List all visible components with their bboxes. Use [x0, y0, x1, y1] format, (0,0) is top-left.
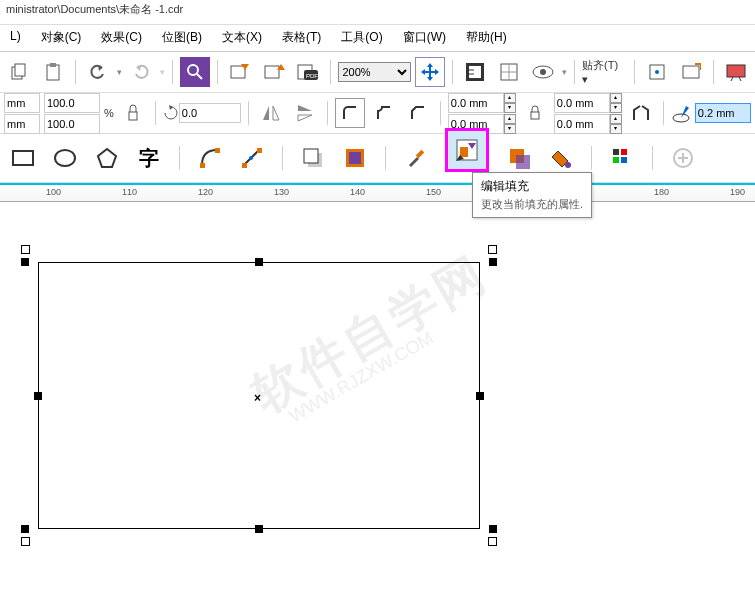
svg-point-4	[188, 65, 198, 75]
handle-tl[interactable]	[21, 258, 29, 266]
height-input[interactable]	[44, 114, 100, 134]
handle-top[interactable]	[255, 258, 263, 266]
svg-rect-7	[265, 66, 279, 78]
mirror-v-icon[interactable]	[290, 98, 320, 128]
handle-right[interactable]	[476, 392, 484, 400]
shape-edit-icon[interactable]	[195, 143, 225, 173]
corner-scallop-icon[interactable]	[369, 98, 399, 128]
menu-bar: L) 对象(C) 效果(C) 位图(B) 文本(X) 表格(T) 工具(O) 窗…	[0, 25, 755, 52]
shadow-icon[interactable]	[298, 143, 328, 173]
paste-icon[interactable]	[38, 57, 68, 87]
handle-tr[interactable]	[489, 258, 497, 266]
menu-window[interactable]: 窗口(W)	[393, 27, 456, 49]
import-icon[interactable]	[225, 57, 255, 87]
pdf-icon[interactable]: PDF	[293, 57, 323, 87]
outline-width-input[interactable]	[695, 103, 751, 123]
handle-br[interactable]	[489, 525, 497, 533]
title-bar: ministrator\Documents\未命名 -1.cdr	[0, 0, 755, 25]
search-icon[interactable]	[180, 57, 210, 87]
export-icon[interactable]	[259, 57, 289, 87]
preview-icon[interactable]	[528, 57, 558, 87]
center-marker: ×	[254, 391, 261, 405]
corner-x1-input[interactable]	[448, 93, 504, 113]
outline-pen-icon[interactable]	[671, 103, 691, 123]
rectangle-tool-icon[interactable]	[8, 143, 38, 173]
svg-point-30	[55, 150, 75, 166]
handle-bottom-right[interactable]	[488, 537, 497, 546]
svg-text:PDF: PDF	[306, 73, 318, 79]
menu-text[interactable]: 文本(X)	[212, 27, 272, 49]
standard-toolbar: ▾ ▾ PDF 200% ▾ 贴齐(T) ▾	[0, 52, 755, 93]
tooltip: 编辑填充 更改当前填充的属性.	[472, 172, 592, 218]
fill-tool-icon[interactable]	[546, 143, 576, 173]
present-icon[interactable]	[721, 57, 751, 87]
transparency-icon[interactable]	[504, 143, 534, 173]
x-pos-input[interactable]	[4, 93, 40, 113]
tooltip-title: 编辑填充	[481, 178, 583, 195]
corner-round-icon[interactable]	[335, 98, 365, 128]
color-palette-icon[interactable]	[607, 143, 637, 173]
corner-x2-input[interactable]	[554, 93, 610, 113]
handle-bottom-left[interactable]	[21, 537, 30, 546]
horizontal-ruler: 100 110 120 130 140 150 180 190	[0, 183, 755, 202]
corner-chamfer-icon[interactable]	[403, 98, 433, 128]
menu-table[interactable]: 表格(T)	[272, 27, 331, 49]
handle-top-right[interactable]	[488, 245, 497, 254]
svg-rect-2	[47, 65, 59, 80]
handle-bl[interactable]	[21, 525, 29, 533]
lock-ratio-icon[interactable]	[118, 98, 148, 128]
selected-rectangle[interactable]: ×	[38, 262, 480, 529]
launch-icon[interactable]	[676, 57, 706, 87]
svg-rect-1	[15, 64, 25, 76]
grid-icon[interactable]	[494, 57, 524, 87]
redo-icon[interactable]	[126, 57, 156, 87]
svg-point-47	[565, 162, 571, 168]
svg-rect-34	[242, 163, 247, 168]
handle-bottom[interactable]	[255, 525, 263, 533]
polygon-tool-icon[interactable]	[92, 143, 122, 173]
width-input[interactable]	[44, 93, 100, 113]
menu-effects[interactable]: 效果(C)	[91, 27, 152, 49]
svg-point-21	[655, 70, 659, 74]
relative-corner-icon[interactable]	[626, 98, 656, 128]
lock-corners-icon[interactable]	[520, 98, 550, 128]
y-pos-input[interactable]	[4, 114, 40, 134]
svg-rect-49	[621, 149, 627, 155]
text-tool-icon[interactable]: 字	[134, 143, 164, 173]
menu-bitmap[interactable]: 位图(B)	[152, 27, 212, 49]
menu-object[interactable]: 对象(C)	[31, 27, 92, 49]
canvas[interactable]: 软件自学网 WWW.RJZXW.COM ×	[0, 202, 755, 594]
node-edit-icon[interactable]	[237, 143, 267, 173]
corner-y2-input[interactable]	[554, 114, 610, 134]
contour-icon[interactable]	[340, 143, 370, 173]
snap-dropdown[interactable]: 贴齐(T) ▾	[582, 58, 627, 86]
svg-rect-50	[613, 157, 619, 163]
eyedropper-icon[interactable]	[401, 143, 431, 173]
menu-tools[interactable]: 工具(O)	[331, 27, 392, 49]
menu-layout[interactable]: L)	[0, 27, 31, 49]
rotate-icon	[163, 105, 179, 121]
menu-help[interactable]: 帮助(H)	[456, 27, 517, 49]
add-icon[interactable]	[668, 143, 698, 173]
property-bar: % ▴▾ ▴▾ ▴▾ ▴▾	[0, 93, 755, 134]
svg-rect-23	[727, 65, 745, 77]
ruler-icon[interactable]	[460, 57, 490, 87]
options-icon[interactable]	[642, 57, 672, 87]
pan-icon[interactable]	[415, 57, 445, 87]
svg-line-5	[197, 74, 202, 79]
svg-rect-6	[231, 66, 245, 78]
edit-fill-button[interactable]	[445, 128, 489, 172]
ellipse-tool-icon[interactable]	[50, 143, 80, 173]
handle-top-left[interactable]	[21, 245, 30, 254]
copy-icon[interactable]	[4, 57, 34, 87]
zoom-select[interactable]: 200%	[338, 62, 412, 82]
rotation-input[interactable]	[179, 103, 241, 123]
tooltip-desc: 更改当前填充的属性.	[481, 197, 583, 212]
undo-icon[interactable]	[83, 57, 113, 87]
mirror-h-icon[interactable]	[256, 98, 286, 128]
tools-toolbar: 字	[0, 134, 755, 183]
percent-label: %	[104, 107, 114, 119]
handle-left[interactable]	[34, 392, 42, 400]
svg-line-25	[739, 77, 741, 81]
svg-rect-26	[129, 112, 137, 120]
